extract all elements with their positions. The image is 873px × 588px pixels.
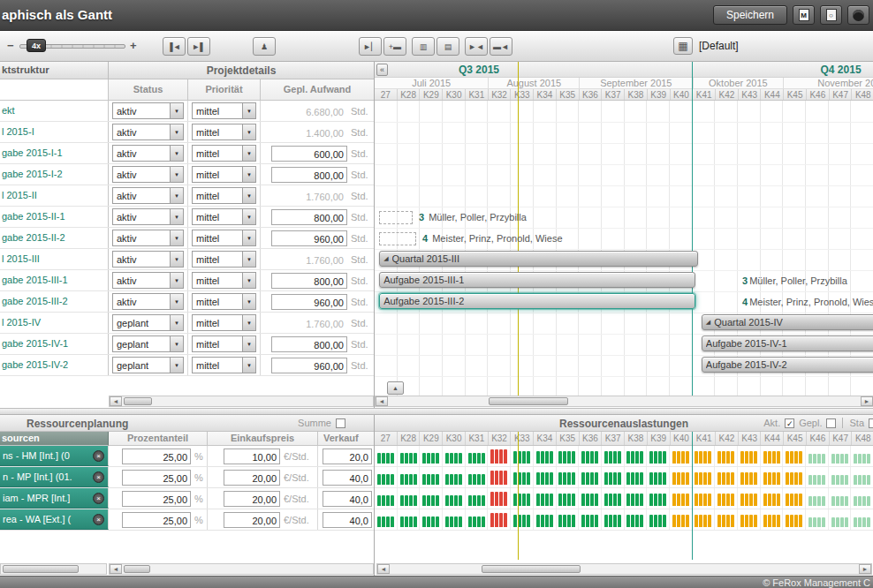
gantt-bar[interactable]: Aufgabe 2015-IV-2 — [702, 357, 873, 373]
scroll-left-button[interactable]: ◄ — [110, 396, 122, 406]
chevron-down-icon[interactable]: ▼ — [242, 252, 255, 267]
scroll-right-button[interactable]: ► — [859, 564, 871, 574]
horizontal-splitter[interactable] — [0, 408, 873, 415]
scroll-right-button[interactable]: ► — [861, 396, 873, 406]
chevron-down-icon[interactable]: ▼ — [170, 336, 183, 351]
collapse-triangle-icon[interactable]: ◢ — [383, 255, 388, 262]
effort-field[interactable]: 600,00 — [271, 146, 347, 162]
gantt-bar[interactable]: ◢Quartal 2015-IV — [702, 314, 873, 330]
effort-field[interactable]: 800,00 — [271, 273, 347, 289]
scroll-left-button[interactable]: ◄ — [377, 564, 390, 574]
status-select[interactable]: aktiv▼ — [112, 124, 184, 140]
priority-select[interactable]: mittel▼ — [192, 251, 256, 268]
resource-row[interactable]: iam - MPR [Int.]×25,00%20,00€/Std.40,0 — [0, 488, 374, 509]
chevron-down-icon[interactable]: ▼ — [170, 146, 183, 161]
chevron-down-icon[interactable]: ▼ — [242, 273, 255, 288]
chevron-down-icon[interactable]: ▼ — [170, 315, 183, 330]
resource-row[interactable]: rea - WA [Ext.] (×25,00%20,00€/Std.40,0 — [0, 509, 374, 531]
scroll-left-button[interactable]: ◄ — [376, 396, 388, 406]
status-select[interactable]: aktiv▼ — [112, 187, 184, 204]
priority-select[interactable]: mittel▼ — [192, 102, 256, 119]
project-row[interactable]: l 2015-Iaktiv▼mittel▼1.400,00Std. — [0, 122, 374, 143]
insert-bar-button[interactable]: +▬ — [383, 37, 406, 56]
chevron-down-icon[interactable]: ▼ — [170, 209, 183, 224]
percent-field[interactable]: 25,00 — [122, 449, 191, 464]
remove-resource-button[interactable]: × — [93, 493, 104, 504]
view-preset-selector[interactable]: ▦ [Default] — [673, 37, 739, 55]
effort-field[interactable]: 960,00 — [271, 358, 347, 373]
purchase-field[interactable]: 20,00 — [224, 470, 280, 486]
sale-field[interactable]: 40,0 — [323, 512, 372, 528]
sale-field[interactable]: 20,0 — [323, 449, 372, 464]
gantt-bar[interactable]: Aufgabe 2015-III-1 — [379, 272, 695, 288]
scroll-to-bar-button[interactable]: ►▏ — [359, 37, 382, 56]
gantt-bar[interactable]: Aufgabe 2015-IV-1 — [702, 335, 873, 351]
priority-select[interactable]: mittel▼ — [192, 357, 256, 373]
scrollbar-thumb[interactable] — [124, 397, 152, 405]
chevron-down-icon[interactable]: ▼ — [242, 103, 255, 118]
effort-field[interactable]: 960,00 — [271, 294, 347, 310]
percent-field[interactable]: 25,00 — [122, 512, 191, 528]
save-button[interactable]: Speichern — [713, 5, 787, 25]
priority-select[interactable]: mittel▼ — [192, 187, 256, 204]
zoom-slider-handle[interactable]: 4x — [27, 39, 46, 52]
split-view-button[interactable]: ▥ — [412, 37, 435, 56]
chevron-down-icon[interactable]: ▼ — [242, 358, 255, 373]
project-row[interactable]: gabe 2015-III-2aktiv▼mittel▼960,00Std. — [0, 291, 374, 313]
remove-resource-button[interactable]: × — [93, 471, 104, 483]
chevron-down-icon[interactable]: ▼ — [170, 167, 183, 182]
scrollbar-thumb[interactable] — [482, 565, 581, 573]
priority-select[interactable]: mittel▼ — [192, 230, 256, 246]
horizontal-scrollbar[interactable]: ◄ — [109, 563, 374, 575]
priority-select[interactable]: mittel▼ — [192, 166, 256, 183]
chevron-down-icon[interactable]: ▼ — [242, 294, 255, 309]
sale-field[interactable]: 40,0 — [323, 470, 372, 486]
status-select[interactable]: aktiv▼ — [112, 208, 184, 225]
project-row[interactable]: l 2015-IIaktiv▼mittel▼1.760,00Std. — [0, 185, 374, 207]
status-select[interactable]: aktiv▼ — [112, 272, 184, 289]
priority-select[interactable]: mittel▼ — [192, 208, 256, 225]
priority-select[interactable]: mittel▼ — [192, 272, 256, 289]
project-row[interactable]: gabe 2015-I-2aktiv▼mittel▼800,00Std. — [0, 164, 374, 185]
status-select[interactable]: geplant▼ — [112, 314, 184, 331]
chevron-down-icon[interactable]: ▼ — [170, 230, 183, 245]
effort-field[interactable]: 800,00 — [271, 336, 347, 352]
status-select[interactable]: geplant▼ — [112, 335, 184, 352]
chevron-down-icon[interactable]: ▼ — [242, 188, 255, 203]
remove-resource-button[interactable]: × — [93, 514, 104, 525]
document-search-icon-button[interactable]: ○ — [820, 5, 842, 25]
status-select[interactable]: geplant▼ — [112, 357, 184, 373]
status-select[interactable]: aktiv▼ — [112, 102, 184, 119]
chevron-down-icon[interactable]: ▼ — [242, 315, 255, 330]
chevron-down-icon[interactable]: ▼ — [242, 146, 255, 161]
gantt-bar[interactable]: Aufgabe 2015-III-2 — [379, 293, 695, 309]
remove-resource-button[interactable]: × — [93, 450, 104, 462]
effort-field[interactable]: 800,00 — [271, 209, 347, 225]
chevron-down-icon[interactable]: ▼ — [170, 273, 183, 288]
globe-icon-button[interactable]: ● — [847, 5, 869, 25]
merge-view-button[interactable]: ▤ — [436, 37, 459, 56]
scrollbar-thumb[interactable] — [3, 565, 79, 573]
resource-row[interactable]: n - MP [Int.] (01.×25,00%20,00€/Std.40,0 — [0, 467, 374, 488]
summe-checkbox[interactable] — [336, 418, 345, 428]
project-row[interactable]: ektaktiv▼mittel▼6.680,00Std. — [0, 101, 374, 122]
project-row[interactable]: gabe 2015-II-2aktiv▼mittel▼960,00Std. — [0, 228, 374, 249]
zoom-slider[interactable]: 4x — [19, 38, 125, 54]
percent-field[interactable]: 25,00 — [122, 470, 191, 486]
resource-row[interactable]: ns - HM [Int.] (0×25,00%10,00€/Std.20,0 — [0, 446, 374, 467]
project-row[interactable]: l 2015-IIIaktiv▼mittel▼1.760,00Std. — [0, 249, 374, 270]
status-select[interactable]: aktiv▼ — [112, 230, 184, 246]
sale-field[interactable]: 40,0 — [323, 491, 372, 507]
percent-field[interactable]: 25,00 — [122, 491, 191, 507]
legend-checkbox[interactable] — [826, 418, 836, 428]
status-select[interactable]: aktiv▼ — [112, 251, 184, 268]
priority-select[interactable]: mittel▼ — [192, 293, 256, 310]
chevron-down-icon[interactable]: ▼ — [170, 294, 183, 309]
horizontal-scrollbar[interactable]: ◄► — [375, 396, 873, 407]
project-row[interactable]: gabe 2015-IV-1geplant▼mittel▼800,00Std. — [0, 334, 374, 355]
scrollbar-thumb[interactable] — [124, 565, 150, 573]
jump-to-end-button[interactable]: ►▌ — [187, 37, 210, 56]
legend-checkbox[interactable]: ✓ — [785, 418, 794, 428]
project-row[interactable]: gabe 2015-IV-2geplant▼mittel▼960,00Std. — [0, 355, 374, 376]
scroll-up-button[interactable]: ▲ — [387, 381, 404, 395]
